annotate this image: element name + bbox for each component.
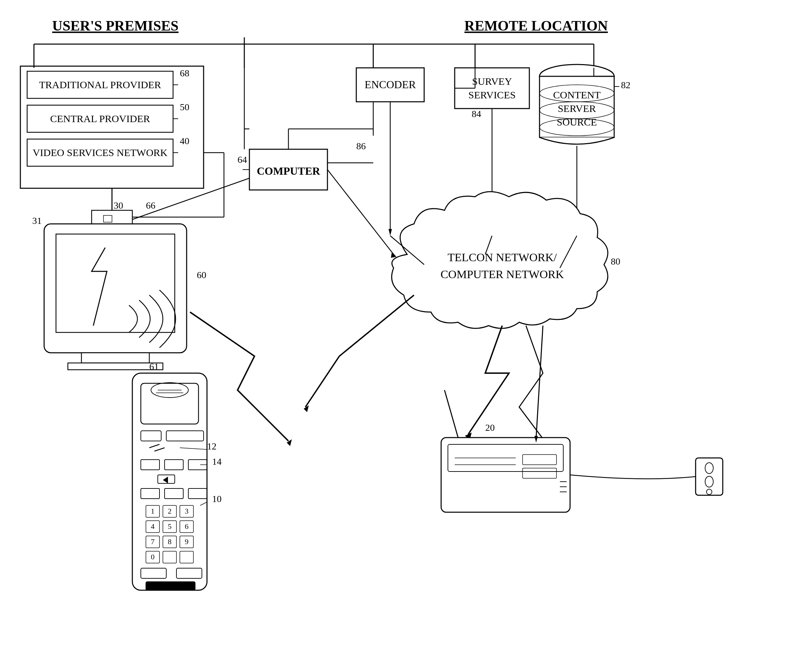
content-server-label2: SERVER: [558, 103, 596, 114]
svg-text:0: 0: [151, 553, 155, 561]
ref-64: 64: [237, 154, 247, 165]
svg-text:7: 7: [151, 537, 155, 546]
svg-rect-53: [441, 438, 570, 512]
ref-20: 20: [485, 422, 495, 433]
ref-30: 30: [114, 200, 123, 211]
content-server-label1: CONTENT: [553, 89, 601, 101]
ref-80: 80: [611, 256, 620, 267]
ref-10: 10: [212, 494, 222, 504]
ref-66: 66: [146, 200, 155, 211]
svg-text:1: 1: [151, 507, 155, 515]
ref-86: 86: [356, 141, 366, 151]
ref-31: 31: [32, 215, 42, 226]
svg-rect-22: [81, 353, 149, 363]
users-premises-label: USER'S PREMISES: [52, 18, 179, 34]
svg-rect-21: [56, 234, 175, 332]
survey-services-label2: SERVICES: [468, 89, 515, 101]
svg-text:6: 6: [185, 522, 189, 530]
diagram-container: USER'S PREMISES REMOTE LOCATION TRADITIO…: [0, 0, 812, 654]
ref-14: 14: [212, 456, 222, 467]
svg-rect-23: [68, 363, 163, 370]
svg-text:9: 9: [185, 537, 189, 546]
ref-50: 50: [180, 102, 190, 112]
content-server-label3: SOURCE: [557, 116, 597, 128]
ref-40: 40: [180, 136, 190, 146]
svg-text:8: 8: [168, 537, 172, 546]
vsn-label: VIDEO SERVICES NETWORK: [32, 147, 168, 158]
traditional-provider-label: TRADITIONAL PROVIDER: [39, 79, 161, 90]
encoder-label: ENCODER: [364, 78, 416, 90]
survey-services-label: SURVEY: [472, 76, 512, 87]
ref-82: 82: [621, 80, 630, 90]
telcon-network-label2: COMPUTER NETWORK: [440, 268, 564, 281]
ref-84: 84: [472, 108, 481, 119]
svg-text:2: 2: [168, 507, 172, 515]
svg-text:5: 5: [168, 522, 172, 530]
ref-61: 61: [149, 361, 159, 372]
computer-label: COMPUTER: [257, 165, 321, 177]
telcon-network-label1: TELCON NETWORK/: [448, 251, 557, 264]
svg-rect-111: [146, 582, 195, 590]
svg-text:4: 4: [151, 522, 155, 530]
svg-text:3: 3: [185, 507, 189, 515]
ref-60: 60: [197, 270, 206, 280]
ref-68: 68: [180, 68, 190, 78]
central-provider-label: CENTRAL PROVIDER: [50, 113, 150, 124]
ref-12: 12: [207, 441, 217, 451]
svg-rect-69: [141, 383, 199, 424]
remote-location-label: REMOTE LOCATION: [465, 18, 608, 34]
